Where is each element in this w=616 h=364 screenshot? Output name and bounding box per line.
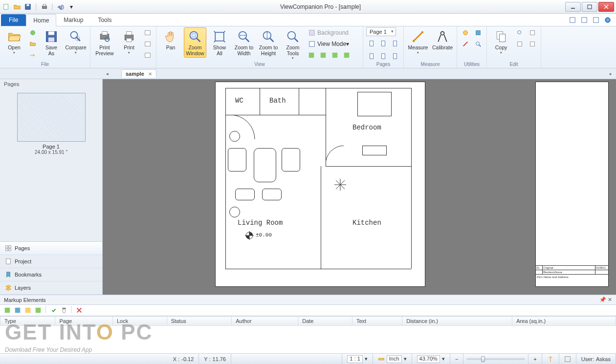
qat-save-icon[interactable] [23, 2, 32, 11]
ribbon-help3-icon[interactable] [592, 16, 600, 24]
folder-small-icon[interactable] [27, 39, 38, 49]
util2-icon[interactable] [460, 39, 471, 49]
col-status[interactable]: Status [167, 317, 232, 326]
qat-open-icon[interactable] [13, 2, 22, 11]
print-small1-icon[interactable] [142, 27, 153, 38]
util3-icon[interactable] [473, 27, 484, 38]
qat-dropdown-icon[interactable]: ▾ [67, 2, 76, 11]
show-all-button[interactable]: Show All [208, 27, 231, 58]
markup-delete-icon[interactable] [75, 306, 84, 315]
edit1-icon[interactable] [514, 27, 525, 38]
qat-print-icon[interactable] [40, 2, 49, 11]
status-toggle2[interactable] [559, 354, 576, 364]
view-opt1-icon[interactable] [306, 50, 317, 61]
doctab-close-icon[interactable]: ✕ [148, 71, 152, 77]
col-area[interactable]: Area (sq.in.) [512, 317, 616, 326]
status-x: X : -0.12 [168, 354, 199, 364]
zoom-width-button[interactable]: Zoom to Width [233, 27, 255, 58]
col-lock[interactable]: Lock [112, 317, 167, 326]
qat-new-icon[interactable] [2, 2, 11, 11]
recent-icon[interactable] [27, 27, 38, 38]
zoom-tools-button[interactable]: Zoom Tools▾ [282, 27, 304, 62]
col-type[interactable]: Type [0, 317, 55, 326]
markup-tb3-icon[interactable] [23, 306, 32, 315]
col-distance[interactable]: Distance (in.) [402, 317, 512, 326]
util1-icon[interactable] [460, 27, 471, 38]
markup-tb5-icon[interactable] [49, 306, 58, 315]
tab-markup[interactable]: Markup [56, 14, 90, 26]
minimize-button[interactable] [565, 2, 581, 12]
view-opt4-icon[interactable] [341, 50, 352, 61]
markup-grid[interactable]: Type Page Lock Status Author Date Text D… [0, 316, 616, 353]
print-small2-icon[interactable] [142, 39, 153, 49]
sidenav-bookmarks[interactable]: Bookmarks [0, 268, 102, 281]
markup-close-icon[interactable]: ✕ [608, 297, 612, 302]
page-nav4-icon[interactable] [366, 51, 377, 62]
svg-rect-26 [145, 42, 151, 46]
svg-point-36 [288, 32, 296, 40]
col-author[interactable]: Author [232, 317, 298, 326]
edit2-icon[interactable] [514, 39, 525, 49]
zoom-window-button[interactable]: Zoom Window [184, 27, 206, 58]
open-button[interactable]: Open▾ [3, 27, 25, 56]
compare-button[interactable]: Compare▾ [65, 27, 87, 56]
col-page[interactable]: Page [55, 317, 112, 326]
ribbon-help1-icon[interactable] [568, 16, 577, 24]
svg-rect-52 [476, 31, 481, 35]
zoom-out-button[interactable]: − [450, 354, 463, 364]
zoom-in-button[interactable]: + [528, 354, 542, 364]
save-as-button[interactable]: Save As [40, 27, 63, 58]
markup-tb6-icon[interactable] [60, 306, 68, 315]
file-tab[interactable]: File [1, 14, 26, 26]
util4-icon[interactable] [473, 39, 484, 49]
page-nav5-icon[interactable] [378, 51, 389, 62]
edit3-icon[interactable] [527, 27, 538, 38]
ribbon-help-icon[interactable]: ? [603, 16, 612, 24]
tab-tools[interactable]: Tools [90, 14, 119, 26]
ribbon-help2-icon[interactable] [580, 16, 589, 24]
maximize-button[interactable] [582, 2, 597, 12]
page-nav6-icon[interactable] [390, 51, 400, 62]
status-ratio[interactable]: 1 : 1 ▾ [342, 354, 373, 364]
doctab-sample[interactable]: sample ✕ [121, 69, 156, 78]
calibrate-button[interactable]: Calibrate [431, 27, 454, 52]
view-opt3-icon[interactable] [330, 50, 340, 61]
zoom-slider[interactable] [463, 354, 528, 364]
print-preview-button[interactable]: Print Preview [93, 27, 116, 58]
status-toggle1[interactable] [542, 354, 559, 364]
status-zoom-value[interactable]: 43.70% ▾ [412, 354, 450, 364]
page-nav2-icon[interactable] [378, 38, 389, 49]
markup-tb4-icon[interactable] [34, 306, 43, 315]
copy-button[interactable]: Copy▾ [490, 27, 512, 56]
page-selector[interactable]: Page 1 [366, 27, 396, 36]
print-small3-icon[interactable] [142, 50, 153, 61]
page-thumbnail[interactable] [17, 93, 86, 142]
zoom-height-button[interactable]: Zoom to Height [257, 27, 280, 58]
sidenav-layers[interactable]: Layers [0, 281, 102, 295]
pan-button[interactable]: Pan [159, 27, 182, 52]
tab-home[interactable]: Home [26, 14, 56, 26]
print-button[interactable]: Print▾ [118, 27, 140, 56]
close-button[interactable] [598, 2, 614, 12]
page-nav1-icon[interactable] [366, 38, 377, 49]
svg-point-53 [476, 42, 480, 45]
status-unit[interactable]: Inch ▾ [373, 354, 412, 364]
sidenav-project[interactable]: Project [0, 255, 102, 268]
view-opt2-icon[interactable] [318, 50, 329, 61]
col-text[interactable]: Text [352, 317, 402, 326]
col-date[interactable]: Date [298, 317, 352, 326]
page-nav3-icon[interactable] [390, 38, 400, 49]
view-mode-button[interactable]: View Mode ▾ [306, 39, 360, 49]
qat-undo-icon[interactable] [56, 2, 65, 11]
doctab-prev-icon[interactable]: ◂ [104, 69, 110, 78]
markup-tb2-icon[interactable] [13, 306, 22, 315]
thumbnail-area: Page 1 24.00 x 15.91 " [0, 89, 102, 241]
doctab-next-icon[interactable]: ▸ [607, 69, 614, 78]
markup-pin-icon[interactable]: 📌 [599, 297, 606, 302]
arrow-small-icon[interactable] [27, 50, 38, 61]
sidenav-pages[interactable]: Pages [0, 242, 102, 255]
markup-tb1-icon[interactable] [3, 306, 12, 315]
measure-button[interactable]: Measure▾ [407, 27, 429, 56]
canvas[interactable]: ±0.00 WC Bath Bedroom Living Room Kitche… [103, 79, 616, 295]
edit4-icon[interactable] [527, 39, 538, 49]
